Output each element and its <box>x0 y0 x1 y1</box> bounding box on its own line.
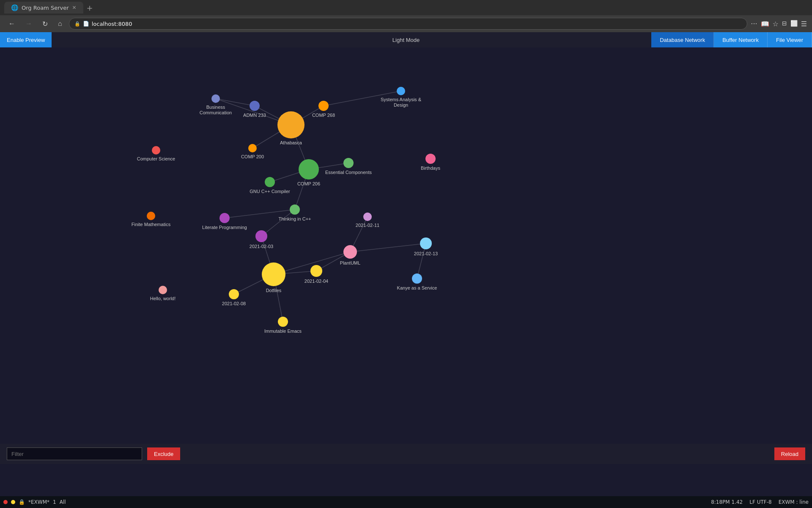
page-icon: 📄 <box>83 21 89 27</box>
node-label-hello_world: Hello, world! <box>150 296 176 301</box>
url-display: localhost:8080 <box>92 21 132 27</box>
node-label-business_comm: Business <box>206 105 225 110</box>
tab-database-network[interactable]: Database Network <box>651 32 714 47</box>
node-label-2021_02_04: 2021-02-04 <box>304 279 328 284</box>
node-label-2021_02_03: 2021-02-03 <box>250 244 273 249</box>
node-comp206[interactable]: COMP 206 <box>297 159 320 186</box>
node-label-systems_analysis: Design <box>394 102 408 108</box>
svg-point-40 <box>420 237 432 249</box>
node-2021_02_08[interactable]: 2021-02-08 <box>222 289 246 306</box>
forward-button[interactable]: → <box>22 18 36 29</box>
node-comp268[interactable]: COMP 268 <box>312 101 335 118</box>
svg-point-36 <box>255 230 267 242</box>
node-label-dotfiles: Dotfiles <box>266 288 282 293</box>
node-label-computer_science: Computer Science <box>137 156 176 161</box>
svg-point-29 <box>265 177 275 187</box>
status-bar: 🔒 *EXWM* 1 All 8:18PM 1.42 LF UTF-8 EXWM… <box>0 496 812 508</box>
node-dotfiles[interactable]: Dotfiles <box>262 262 285 293</box>
node-kanye[interactable]: Kanye as a Service <box>397 273 437 290</box>
status-mode: EXWM : line <box>779 499 809 505</box>
node-label-finite_math: Finite Mathematics <box>132 222 171 227</box>
svg-point-44 <box>278 317 288 327</box>
enable-preview-button[interactable]: Enable Preview <box>0 32 52 47</box>
bookmark-icon[interactable]: ☆ <box>773 20 779 28</box>
svg-point-26 <box>397 87 405 95</box>
browser-titlebar: 🌐 Org Roam Server ✕ + <box>0 0 812 15</box>
node-gnu_cpp[interactable]: GNU C++ Compiler <box>250 177 290 194</box>
node-systems_analysis[interactable]: Systems Analysis &Design <box>381 87 422 108</box>
filter-input[interactable] <box>7 447 142 460</box>
node-2021_02_13[interactable]: 2021-02-13 <box>414 237 438 256</box>
status-dot-red <box>3 500 8 504</box>
node-label-2021_02_13: 2021-02-13 <box>414 251 438 256</box>
node-label-literate_prog: Literate Programming <box>202 225 247 230</box>
node-label-essential_components: Essential Components <box>325 170 372 175</box>
svg-point-21 <box>277 111 304 138</box>
menu-icon[interactable]: ☰ <box>801 20 807 28</box>
node-athabasca[interactable]: Athabasca <box>277 111 304 145</box>
node-label-comp200: COMP 200 <box>241 154 264 159</box>
node-2021_02_11[interactable]: 2021-02-11 <box>356 213 379 228</box>
svg-point-42 <box>412 273 422 284</box>
svg-point-41 <box>343 245 357 259</box>
new-tab-button[interactable]: + <box>87 3 93 12</box>
node-plantuml[interactable]: PlantUML <box>340 245 360 265</box>
svg-point-39 <box>363 213 372 221</box>
light-mode-button[interactable]: Light Mode <box>392 37 420 43</box>
svg-point-23 <box>250 101 260 111</box>
workspace-number: 1 <box>53 499 56 505</box>
node-label-comp268: COMP 268 <box>312 113 335 118</box>
back-button[interactable]: ← <box>5 18 19 29</box>
node-label-plantuml: PlantUML <box>340 260 360 265</box>
node-birthdays[interactable]: Birthdays <box>421 154 440 171</box>
node-comp200[interactable]: COMP 200 <box>241 144 264 159</box>
node-label-comp206: COMP 206 <box>297 181 320 186</box>
svg-line-9 <box>261 210 295 236</box>
svg-point-24 <box>318 101 329 111</box>
node-label-admn233: ADMN 233 <box>243 113 266 118</box>
exclude-button[interactable]: Exclude <box>147 447 180 460</box>
svg-point-22 <box>299 159 319 179</box>
node-label-2021_02_08: 2021-02-08 <box>222 301 246 306</box>
svg-point-35 <box>262 262 285 286</box>
tab-overview-icon[interactable]: ⬜ <box>790 20 798 28</box>
app-bar: Enable Preview Light Mode Database Netwo… <box>0 32 812 47</box>
status-time: 8:18PM 1.42 <box>711 499 743 505</box>
tab-file-viewer[interactable]: File Viewer <box>768 32 812 47</box>
address-bar[interactable]: 🔒 📄 localhost:8080 <box>69 18 748 30</box>
node-essential_components[interactable]: Essential Components <box>325 158 372 175</box>
tab-title: Org Roam Server <box>22 5 69 11</box>
status-dot-yellow <box>11 500 15 504</box>
svg-line-17 <box>350 243 426 252</box>
network-graph[interactable]: AthabascaCOMP 206ADMN 233COMP 268Busines… <box>0 47 812 476</box>
node-finite_math[interactable]: Finite Mathematics <box>132 212 171 227</box>
node-business_comm[interactable]: BusinessCommunication <box>200 94 232 115</box>
tab-buffer-network[interactable]: Buffer Network <box>714 32 768 47</box>
home-button[interactable]: ⌂ <box>55 18 66 29</box>
node-hello_world[interactable]: Hello, world! <box>150 286 176 301</box>
node-thinking_cpp[interactable]: Thinking in C++ <box>278 204 311 221</box>
bottom-bar: Exclude Reload <box>0 444 812 464</box>
node-label-birthdays: Birthdays <box>421 166 440 171</box>
node-label-immutable_emacs: Immutable Emacs <box>264 329 302 334</box>
more-options-icon[interactable]: ··· <box>751 20 757 28</box>
node-computer_science[interactable]: Computer Science <box>137 146 176 161</box>
node-immutable_emacs[interactable]: Immutable Emacs <box>264 317 302 334</box>
node-label-athabasca: Athabasca <box>280 140 302 145</box>
node-2021_02_03[interactable]: 2021-02-03 <box>250 230 273 249</box>
reader-mode-icon[interactable]: 📖 <box>761 20 769 28</box>
refresh-button[interactable]: ↻ <box>39 18 51 30</box>
workspace-name: *EXWM* <box>28 499 49 505</box>
svg-point-30 <box>290 204 300 215</box>
reload-button[interactable]: Reload <box>774 447 805 460</box>
svg-point-37 <box>310 265 322 277</box>
browser-tab[interactable]: 🌐 Org Roam Server ✕ <box>4 2 83 14</box>
node-2021_02_04[interactable]: 2021-02-04 <box>304 265 328 284</box>
svg-point-43 <box>159 286 167 294</box>
node-label-kanye: Kanye as a Service <box>397 285 437 290</box>
node-literate_prog[interactable]: Literate Programming <box>202 213 247 230</box>
workspace-label: All <box>60 499 66 505</box>
svg-point-32 <box>152 146 160 155</box>
tab-close-button[interactable]: ✕ <box>72 5 77 11</box>
sidebar-toggle-icon[interactable]: ⊟ <box>782 20 787 28</box>
